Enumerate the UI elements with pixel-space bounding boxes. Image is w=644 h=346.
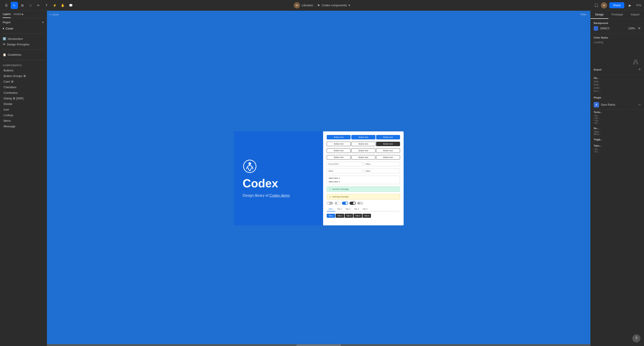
tab-prototype[interactable]: Prototype xyxy=(608,11,626,19)
btn-r1c2[interactable]: Button text xyxy=(351,135,375,139)
page-chevron: ▾ xyxy=(3,27,4,30)
select-right[interactable]: Value xyxy=(364,169,400,173)
btn-r3c2[interactable]: Button text xyxy=(351,148,375,153)
tab-design[interactable]: Design xyxy=(590,11,608,19)
tab2-1[interactable]: Tab 1 xyxy=(327,214,335,218)
nav-card[interactable]: Card 🖥 xyxy=(0,79,47,84)
btn-r3c1[interactable]: Button text xyxy=(327,148,350,153)
select-left[interactable]: Value xyxy=(327,169,363,173)
opacity-value[interactable]: 100% xyxy=(628,27,635,30)
btn-r2c2[interactable]: Button text xyxy=(351,142,375,146)
frame-tool[interactable]: ⊞ xyxy=(19,2,26,9)
tab1-1[interactable]: Tab 1 xyxy=(327,207,335,211)
shape-tool[interactable]: □ xyxy=(27,2,34,9)
tab2-3[interactable]: Tab 3 xyxy=(344,214,353,218)
menu-btn[interactable]: ☰ xyxy=(3,2,10,9)
pages-header: Pages + xyxy=(0,18,47,26)
btn-r2c3[interactable]: Button text xyxy=(376,142,400,146)
visibility-toggle-icon[interactable]: 👁 xyxy=(638,27,641,30)
sidebar-tabs: Layers Assets xyxy=(0,11,47,18)
nav-message[interactable]: Message xyxy=(0,124,47,129)
select-value-left: Value xyxy=(327,169,363,173)
new-section-title: Ne... xyxy=(594,127,641,130)
toggle-1[interactable] xyxy=(327,202,333,205)
pen-tool[interactable]: ✏ xyxy=(35,2,42,9)
btn-r2c1[interactable]: Button text xyxy=(327,142,350,146)
breadcrumb-chevron[interactable]: ▾ xyxy=(348,4,350,7)
btn-r1c3[interactable]: Button text xyxy=(376,135,400,139)
page-label-guidelines: Guidelines xyxy=(8,53,21,56)
nav-checkbox[interactable]: Checkbox xyxy=(0,84,47,90)
success-message: ✓ Success message. xyxy=(327,186,400,192)
right-tabs: Design Prototype Inspect xyxy=(590,11,644,19)
toggle-4[interactable] xyxy=(350,202,356,205)
btn-r1c1[interactable]: Button text xyxy=(327,135,350,139)
plugin-remove-button[interactable]: − xyxy=(638,103,641,107)
page-item-cover[interactable]: ▾ Cover xyxy=(0,26,47,31)
btn-r4c1[interactable]: Button text xyxy=(327,155,350,160)
breadcrumb-page[interactable]: Codex components xyxy=(322,4,347,7)
workspace-avatar: W xyxy=(294,2,300,9)
tab2-2[interactable]: Tab 2 xyxy=(336,214,344,218)
hand-tool[interactable]: ✋ xyxy=(59,2,66,9)
buttons-row-3: Button text Button text Button text xyxy=(327,148,400,153)
user-avatar[interactable]: W xyxy=(601,2,607,9)
page-item-guidelines[interactable]: 📋 Guidelines xyxy=(0,52,47,58)
nav-menu[interactable]: Menu xyxy=(0,118,47,124)
warning-message: ⚠ Warning message. xyxy=(327,194,400,199)
nav-buttons[interactable]: Buttons xyxy=(0,68,47,73)
toggle-3[interactable] xyxy=(342,202,348,205)
canvas-scrollbar[interactable] xyxy=(47,344,590,346)
tab2-4[interactable]: Tab 4 xyxy=(354,214,362,218)
layers-tab[interactable]: Layers xyxy=(3,13,11,18)
dropdown-item-2[interactable]: Menu item 2 xyxy=(327,180,400,184)
color-hex[interactable]: 3366CC xyxy=(600,27,626,30)
tab2-5[interactable]: Tab 5 xyxy=(362,214,371,218)
tab-inspect[interactable]: Inspect xyxy=(626,11,644,19)
help-button[interactable]: ? xyxy=(632,334,640,342)
tab1-3[interactable]: Tab 3 xyxy=(344,207,352,211)
plugin-item: S Save Ratios xyxy=(594,102,616,107)
dropdown-item-1[interactable]: Menu item 1 xyxy=(327,176,400,180)
toggle-2[interactable] xyxy=(334,202,340,205)
change-label[interactable]: Chan... xyxy=(580,13,588,16)
nav-button-groups[interactable]: Button Groups 🖥 xyxy=(0,73,47,79)
value-input[interactable] xyxy=(364,162,400,166)
breadcrumb-library[interactable]: Libraries xyxy=(302,4,313,7)
zoom-level[interactable]: 47% xyxy=(636,4,641,7)
nav-lookup[interactable]: Lookup xyxy=(0,112,47,118)
share-button[interactable]: Share xyxy=(609,2,624,8)
export-add-button[interactable]: + xyxy=(638,67,641,72)
nav-dialog[interactable]: Dialog 🖥 [WIP] xyxy=(0,96,47,101)
text-section-title: Textu... xyxy=(594,111,641,114)
success-text: Success message. xyxy=(332,188,349,190)
page-item-introduction[interactable]: 1️⃣ Introduction xyxy=(0,36,47,42)
headphone-icon[interactable]: 🎧 xyxy=(594,3,598,8)
btn-r4c2[interactable]: Button text xyxy=(351,155,375,160)
select-tool[interactable]: ↖ xyxy=(11,2,18,9)
cover-right-panel: Button text Button text Button text Butt… xyxy=(323,131,404,225)
toggle-5[interactable] xyxy=(357,202,363,205)
btn-r3c3[interactable]: Button text xyxy=(376,148,400,153)
component-tool[interactable]: ⚡ xyxy=(51,2,58,9)
page-label-introduction: Introduction xyxy=(8,37,23,41)
placeholder-input[interactable] xyxy=(327,162,363,166)
nav-combobox[interactable]: Combobox xyxy=(0,90,47,96)
btn-r4c3[interactable]: Button text xyxy=(376,155,400,160)
color-swatch[interactable] xyxy=(594,26,598,31)
tab1-4[interactable]: Tab 4 xyxy=(352,207,361,211)
play-button[interactable]: ▶ xyxy=(626,2,634,9)
comment-tool[interactable]: 💬 xyxy=(67,2,74,9)
page-icon-introduction: 1️⃣ xyxy=(3,37,6,41)
cover-left: Codex Design library of Codex demo xyxy=(234,150,323,206)
text-tool[interactable]: T xyxy=(43,2,50,9)
components-section-label: COMPONENTS: xyxy=(0,62,47,68)
add-page-button[interactable]: + xyxy=(42,20,44,25)
frame-label: ▭ Cover xyxy=(49,13,59,16)
nav-divider[interactable]: Divider xyxy=(0,101,47,107)
tab1-2[interactable]: Tab 2 xyxy=(335,207,344,211)
tab1-5[interactable]: Tab 5 xyxy=(361,207,369,211)
nav-icon[interactable]: Icon xyxy=(0,107,47,112)
assets-tab[interactable]: Assets xyxy=(14,13,23,18)
page-item-design-principles[interactable]: 👁 Design Principles xyxy=(0,42,47,47)
